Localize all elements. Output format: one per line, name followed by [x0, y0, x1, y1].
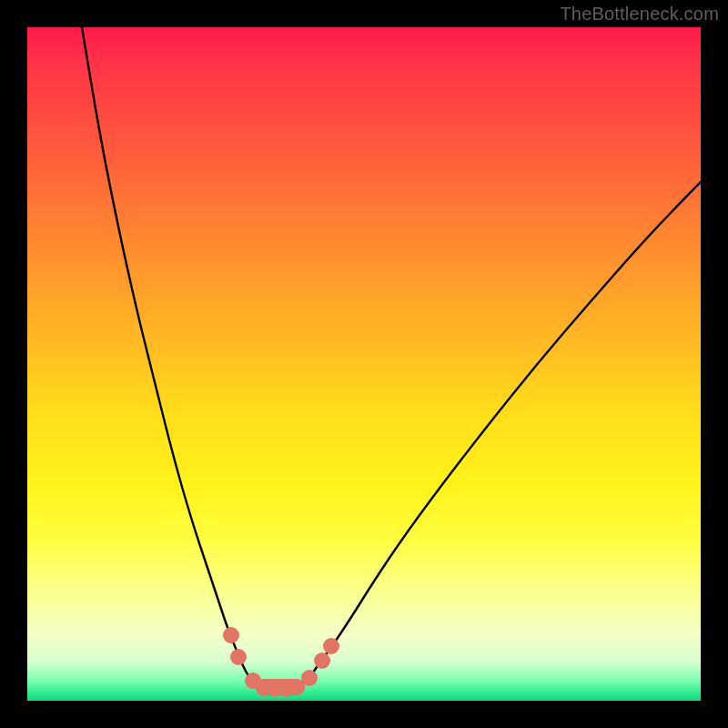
chart-frame: [27, 27, 701, 701]
data-marker: [323, 638, 339, 654]
data-marker: [301, 670, 318, 686]
data-marker: [230, 649, 247, 665]
data-markers: [223, 627, 339, 697]
attribution-text: TheBottleneck.com: [560, 4, 719, 25]
data-marker: [314, 652, 330, 669]
data-marker: [223, 627, 239, 643]
bottleneck-curve-plot: [27, 27, 701, 701]
v-curve: [82, 27, 701, 687]
